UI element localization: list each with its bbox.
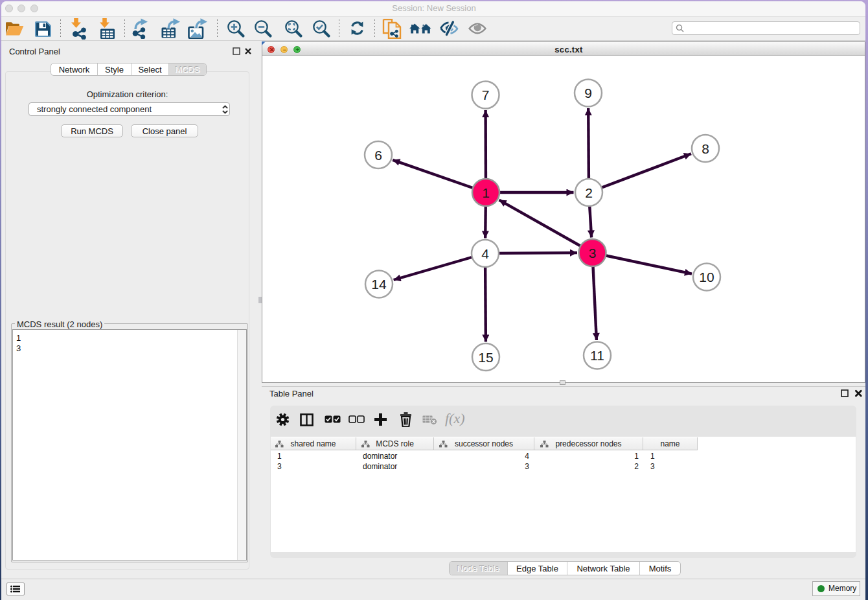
svg-text:7: 7 bbox=[482, 87, 490, 102]
svg-text:15: 15 bbox=[478, 350, 493, 365]
svg-text:8: 8 bbox=[702, 141, 709, 156]
svg-text:1: 1 bbox=[482, 185, 490, 200]
svg-text:6: 6 bbox=[374, 148, 382, 163]
svg-text:2: 2 bbox=[585, 185, 593, 200]
svg-text:3: 3 bbox=[589, 246, 597, 260]
svg-text:4: 4 bbox=[481, 246, 489, 261]
svg-text:14: 14 bbox=[371, 277, 387, 292]
svg-text:10: 10 bbox=[699, 270, 714, 284]
svg-text:11: 11 bbox=[590, 348, 604, 363]
svg-text:9: 9 bbox=[584, 86, 592, 100]
